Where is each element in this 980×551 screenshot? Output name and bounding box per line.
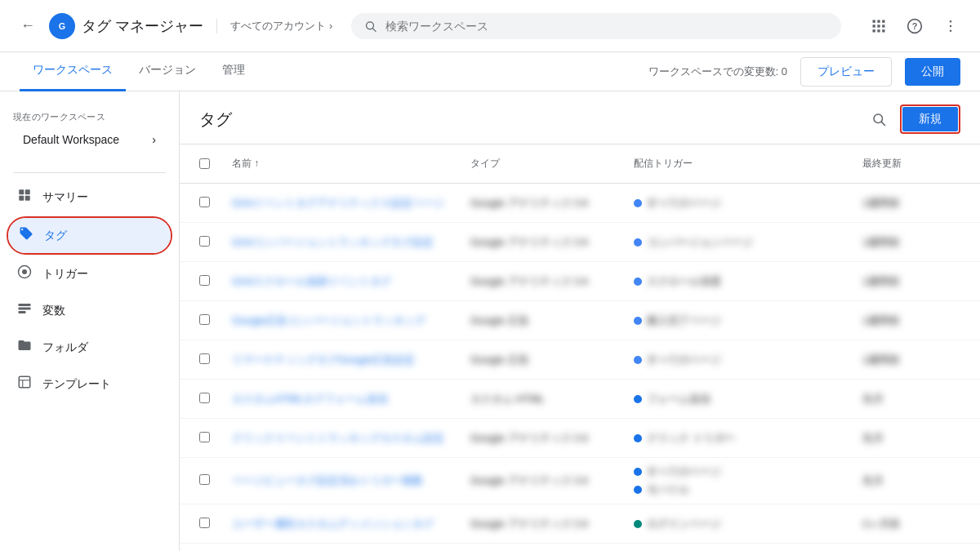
- tab-version[interactable]: バージョン: [126, 52, 209, 91]
- row-name[interactable]: リマーケティングタグGoogle広告設定: [232, 346, 470, 374]
- tab-admin[interactable]: 管理: [209, 52, 258, 91]
- tags-table: 名前 ↑ タイプ 配信トリガー 最終更新 GA4イベントタグアナリティクス設定ペ…: [180, 144, 980, 551]
- svg-rect-21: [25, 196, 30, 201]
- content-search-button[interactable]: [864, 104, 893, 134]
- svg-rect-18: [19, 189, 24, 194]
- svg-line-3: [373, 28, 376, 31]
- sub-nav-right: ワークスペースでの変更数: 0 プレビュー 公開: [648, 57, 960, 87]
- row-name[interactable]: GA4スクロール追跡イベントタグ: [232, 268, 470, 295]
- table-row[interactable]: GA4コンバージョントラッキングタグ設定 Google アナリティクス4 コンバ…: [180, 223, 980, 262]
- row-checkbox[interactable]: [199, 425, 232, 451]
- sidebar-item-templates[interactable]: テンプレート: [7, 367, 172, 402]
- row-check[interactable]: [199, 518, 210, 528]
- row-type: Google アナリティクス4: [470, 268, 634, 295]
- help-button[interactable]: ?: [898, 10, 931, 42]
- row-checkbox[interactable]: [199, 229, 232, 256]
- row-check[interactable]: [199, 197, 210, 207]
- top-bar-right: ?: [862, 10, 967, 42]
- header-name: 名前 ↑: [232, 157, 470, 171]
- table-row[interactable]: GA4イベントタグアナリティクス設定ページ Google アナリティクス4 すべ…: [180, 184, 980, 223]
- row-check[interactable]: [199, 393, 210, 403]
- row-type: Google アナリティクス4: [470, 229, 634, 256]
- breadcrumb[interactable]: すべてのアカウント ›: [216, 19, 336, 33]
- row-checkbox[interactable]: [199, 468, 232, 494]
- row-check[interactable]: [199, 474, 210, 485]
- header-updated: 最終更新: [862, 157, 960, 171]
- trigger-label: すべてのページ: [647, 196, 721, 211]
- sidebar-item-tags[interactable]: タグ: [8, 218, 171, 253]
- row-checkbox[interactable]: [199, 347, 232, 373]
- row-trigger: スクロール深度: [634, 268, 862, 295]
- trigger-dot: [634, 520, 642, 528]
- trigger-label: すべてのページ: [647, 464, 721, 479]
- more-button[interactable]: [934, 10, 967, 42]
- back-button[interactable]: ←: [13, 11, 42, 41]
- gtm-logo: G: [49, 13, 75, 39]
- search-icon: [364, 20, 376, 33]
- tab-workspace[interactable]: ワークスペース: [20, 52, 126, 91]
- row-checkbox[interactable]: [199, 308, 232, 334]
- search-input[interactable]: [385, 20, 829, 33]
- row-name[interactable]: ユーザー属性カスタムディメンションタグ: [232, 510, 470, 538]
- row-updated: 1週間前: [862, 307, 960, 335]
- trigger-dot: [634, 434, 642, 442]
- row-check[interactable]: [199, 314, 210, 325]
- trigger-label: ログインページ: [647, 517, 721, 531]
- content-area: タグ 新規 名前 ↑: [180, 91, 980, 551]
- header-checkbox[interactable]: [199, 158, 232, 169]
- row-check[interactable]: [199, 432, 210, 442]
- row-checkbox[interactable]: [199, 511, 232, 537]
- header-type: タイプ: [470, 157, 634, 171]
- svg-text:G: G: [59, 21, 65, 31]
- row-type: Google アナリティクス4: [470, 467, 634, 495]
- row-type: Google アナリティクス4: [470, 424, 634, 452]
- row-trigger: すべてのページ: [634, 346, 862, 374]
- publish-button[interactable]: 公開: [905, 58, 960, 86]
- row-name[interactable]: クリックイベントトラッキングカスタム設定: [232, 424, 470, 452]
- svg-rect-20: [19, 196, 24, 201]
- grid-button[interactable]: [862, 10, 895, 42]
- row-name[interactable]: カスタムHTMLタグフォーム送信: [232, 385, 470, 413]
- table-row[interactable]: ユーザー属性カスタムディメンションタグ Google アナリティクス4 ログイン…: [180, 504, 980, 544]
- sidebar-item-triggers[interactable]: トリガー: [7, 256, 172, 291]
- row-checkbox[interactable]: [199, 269, 232, 295]
- new-button[interactable]: 新規: [902, 107, 958, 131]
- table-row[interactable]: カスタムHTMLタグフォーム送信 カスタム HTML フォーム送信 先月: [180, 380, 980, 419]
- table-row[interactable]: Google広告コンバージョントラッキング Google 広告 購入完了ページ …: [180, 301, 980, 340]
- row-trigger: すべてのページ モバイル: [634, 458, 862, 504]
- content-header: タグ 新規: [180, 91, 980, 144]
- row-check[interactable]: [199, 236, 210, 247]
- preview-button[interactable]: プレビュー: [800, 57, 892, 87]
- trigger-label: フォーム送信: [647, 392, 710, 407]
- svg-point-23: [22, 269, 27, 274]
- row-name[interactable]: GA4イベントタグアナリティクス設定ページ: [232, 189, 470, 217]
- row-updated: 先月: [862, 467, 960, 495]
- table-row[interactable]: GA4スクロール追跡イベントタグ Google アナリティクス4 スクロール深度…: [180, 262, 980, 301]
- svg-rect-25: [19, 308, 31, 310]
- sidebar-item-variables[interactable]: 変数: [7, 293, 172, 328]
- row-name[interactable]: ページビュータグ設定済みトリガー複数: [232, 467, 470, 495]
- select-all-checkbox[interactable]: [199, 158, 210, 169]
- svg-rect-27: [19, 376, 30, 388]
- row-name[interactable]: GA4コンバージョントラッキングタグ設定: [232, 229, 470, 256]
- sub-nav: ワークスペース バージョン 管理 ワークスペースでの変更数: 0 プレビュー 公…: [0, 52, 980, 91]
- sidebar-item-folders[interactable]: フォルダ: [7, 330, 172, 365]
- row-checkbox[interactable]: [199, 386, 232, 412]
- sidebar-item-summary[interactable]: サマリー: [7, 180, 172, 215]
- row-name[interactable]: Google広告コンバージョントラッキング: [232, 307, 470, 335]
- row-checkbox[interactable]: [199, 190, 232, 216]
- svg-rect-7: [872, 24, 875, 27]
- table-row[interactable]: クリックイベントトラッキングカスタム設定 Google アナリティクス4 クリッ…: [180, 419, 980, 458]
- workspace-arrow: ›: [152, 133, 156, 146]
- table-row[interactable]: リマーケティングタグGoogle広告設定 Google 広告 すべてのページ 1…: [180, 340, 980, 380]
- new-button-wrapper: 新規: [900, 104, 960, 134]
- row-trigger: クリック トリガー: [634, 424, 862, 452]
- svg-rect-5: [877, 20, 880, 22]
- svg-point-15: [950, 20, 952, 22]
- row-check[interactable]: [199, 275, 210, 286]
- sub-nav-tabs: ワークスペース バージョン 管理: [20, 52, 648, 91]
- row-check[interactable]: [199, 353, 210, 364]
- row-updated: 先月: [862, 424, 960, 452]
- table-row[interactable]: ページビュータグ設定済みトリガー複数 Google アナリティクス4 すべてのペ…: [180, 458, 980, 504]
- workspace-selector[interactable]: Default Workspace ›: [13, 127, 166, 153]
